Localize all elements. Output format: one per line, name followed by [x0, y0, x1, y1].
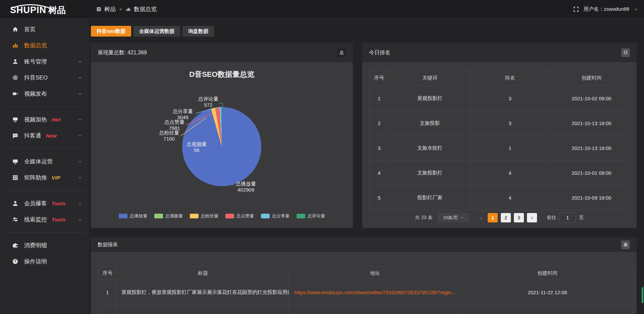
ranking-table-row: 5投影灯厂家42021-10-09 18:00 — [369, 186, 630, 210]
member-icon — [12, 200, 18, 207]
sidebar-item-label: 线索监控 — [24, 216, 47, 223]
sidebar: 首页数据总览账号管理抖音SEO视频发布视频加热Hot抖客通New全媒体运营矩阵助… — [0, 19, 89, 314]
ranking-cell: 文旅投影灯 — [389, 161, 471, 186]
ranking-cell — [369, 210, 389, 211]
sidebar-item-label: 会员爆客 — [24, 200, 47, 207]
ranking-header-row: 序号关键词排名创建时间 — [369, 70, 630, 86]
ranking-cell: 4 — [471, 186, 550, 210]
page-button-1[interactable]: 1 — [488, 213, 498, 222]
pie-label-plays: 总播放量402909 — [227, 181, 264, 193]
legend-label: 总评论量 — [308, 213, 325, 219]
ranking-cell: 4 — [471, 161, 550, 186]
chevron-down-icon — [78, 134, 82, 138]
breadcrumb-item-root[interactable]: 树品 — [104, 5, 116, 13]
report-panel-title: 数据报表 — [98, 242, 118, 248]
report-table-row: 1景观投影灯，夜游景观投影灯厂家展示展示落花灯在花园里的灯光投影应用效果 #ht… — [98, 280, 634, 305]
legend-label: 总分享量 — [272, 213, 289, 219]
legend-item[interactable]: 总分享量 — [261, 213, 289, 219]
goto-label: 前往 — [547, 215, 556, 221]
ranking-table-body: 1景观投影灯32021-10-02 09:002文旅投影32021-10-13 … — [369, 86, 630, 211]
page-button-2[interactable]: 2 — [501, 213, 511, 222]
legend-item[interactable]: 总视频量 — [154, 213, 183, 219]
ranking-column-header: 关键词 — [389, 70, 471, 86]
day-toggle-button[interactable]: 日 — [621, 48, 630, 57]
sidebar-item-grid[interactable]: 矩阵助推VIP — [0, 169, 89, 186]
ranking-cell: 1 — [471, 136, 550, 161]
sidebar-item-home[interactable]: 首页 — [0, 21, 89, 37]
tab-2[interactable]: 询盘数据 — [182, 26, 214, 37]
ranking-column-header: 序号 — [369, 70, 389, 86]
page-buttons: 123 — [488, 213, 527, 222]
home-icon — [12, 26, 18, 33]
fullscreen-icon[interactable] — [573, 6, 579, 12]
ranking-cell: 景观投影灯 — [389, 86, 471, 111]
ranking-panel-header: 今日排名 日 — [362, 43, 637, 63]
ranking-cell: 3 — [369, 136, 389, 161]
sidebar-item-sliders[interactable]: 线索监控Tools — [0, 211, 89, 227]
chevron-down-icon — [78, 217, 82, 222]
ranking-table-row: 4文旅投影灯42021-10-01 09:00 — [369, 161, 630, 186]
sidebar-item-label: 消费明细 — [24, 242, 47, 249]
legend-item[interactable]: 总粉丝量 — [190, 213, 218, 219]
sidebar-divider — [3, 106, 86, 107]
page-button-3[interactable]: 3 — [514, 213, 524, 222]
legend-item[interactable]: 总评论量 — [297, 213, 325, 219]
report-body: 序号标题地址创建时间 1景观投影灯，夜游景观投影灯厂家展示展示落花灯在花园里的灯… — [91, 253, 637, 314]
sidebar-item-video[interactable]: 视频发布 — [0, 86, 89, 102]
total-toggle-button[interactable]: 总 — [337, 48, 346, 57]
report-cell-link[interactable]: https://www.iesdouyin.com/share/video/70… — [289, 280, 461, 305]
tab-bar: 抖音seo数据全媒体运营数据询盘数据 — [91, 26, 644, 37]
overview-panel-header: 展现量总数: 421,369 总 — [91, 43, 353, 63]
sidebar-item-chat[interactable]: 抖客通New — [0, 127, 89, 144]
chevron-down-icon — [634, 7, 638, 11]
ranking-table-row: 2文旅投影32021-10-13 18:00 — [369, 111, 630, 136]
report-column-header: 创建时间 — [461, 266, 634, 280]
sidebar-badge-vip: VIP — [52, 175, 60, 180]
username-dropdown[interactable]: 用户名：zswodun88 — [584, 6, 629, 12]
report-cell-title: 景观投影灯，夜游景观投影灯厂家展示展示落花灯在花园里的灯光投影应用效果 # — [117, 280, 289, 305]
sidebar-item-member[interactable]: 会员爆客Tools — [0, 195, 89, 211]
grid-icon — [12, 174, 18, 181]
sidebar-item-user[interactable]: 账号管理 — [0, 53, 89, 69]
sidebar-badge-new: New — [46, 133, 57, 139]
table-toggle-button[interactable]: 表 — [621, 241, 630, 249]
sidebar-item-label: 视频加热 — [24, 116, 47, 123]
sidebar-item-gear[interactable]: 抖音SEO — [0, 69, 89, 86]
legend-item[interactable]: 总播放量 — [119, 213, 147, 219]
bars-icon — [126, 7, 131, 12]
legend-item[interactable]: 总点赞量 — [225, 213, 254, 219]
monitor-play-icon — [12, 116, 18, 123]
sidebar-item-screen[interactable]: 全媒体运营 — [0, 153, 89, 169]
chart-title: D音SEO数据量总览 — [91, 69, 353, 80]
gear-icon — [12, 74, 18, 81]
pie-label-shares: 总分享量3049 — [164, 108, 201, 120]
legend-swatch — [154, 214, 163, 218]
page-size-select[interactable]: 10条/页 — [438, 213, 469, 222]
sidebar-menu: 首页数据总览账号管理抖音SEO视频发布视频加热Hot抖客通New全媒体运营矩阵助… — [0, 21, 89, 269]
sidebar-badge-tools: Tools — [52, 217, 66, 222]
next-page-button[interactable]: › — [527, 213, 537, 222]
top-panel-row: 展现量总数: 421,369 总 D音SEO数据量总览 总评论量572 总分享量… — [91, 43, 644, 228]
chart-legend: 总播放量总视频量总粉丝量总点赞量总分享量总评论量 — [91, 213, 353, 219]
sidebar-item-wallet[interactable]: 消费明细 — [0, 237, 89, 253]
prev-page-button[interactable]: ‹ — [478, 214, 484, 221]
sidebar-item-label: 操作说明 — [24, 258, 47, 265]
sidebar-item-monitor-play[interactable]: 视频加热Hot — [0, 111, 89, 127]
ranking-cell: 4 — [369, 161, 389, 186]
ranking-table-row: 3文旅水纹灯12021-10-13 18:00 — [369, 136, 630, 161]
sidebar-item-question[interactable]: ?操作说明 — [0, 253, 89, 269]
report-header-row: 序号标题地址创建时间 — [98, 266, 634, 280]
report-column-header: 标题 — [117, 266, 289, 280]
ranking-cell: 3 — [471, 86, 550, 111]
ranking-table: 序号关键词排名创建时间 1景观投影灯32021-10-02 09:002文旅投影… — [369, 70, 630, 210]
ranking-cell — [389, 210, 471, 211]
sidebar-item-bar-chart[interactable]: 数据总览 — [0, 37, 89, 53]
scrollbar-thumb[interactable] — [642, 287, 643, 303]
sidebar-item-label: 抖音SEO — [24, 74, 48, 82]
screen-icon — [12, 158, 18, 165]
pie-label-comments: 总评论量572 — [190, 96, 227, 108]
tab-1[interactable]: 全媒体运营数据 — [133, 26, 180, 37]
tab-0[interactable]: 抖音seo数据 — [91, 26, 131, 37]
sliders-icon — [12, 216, 18, 223]
goto-page-input[interactable] — [559, 213, 576, 223]
